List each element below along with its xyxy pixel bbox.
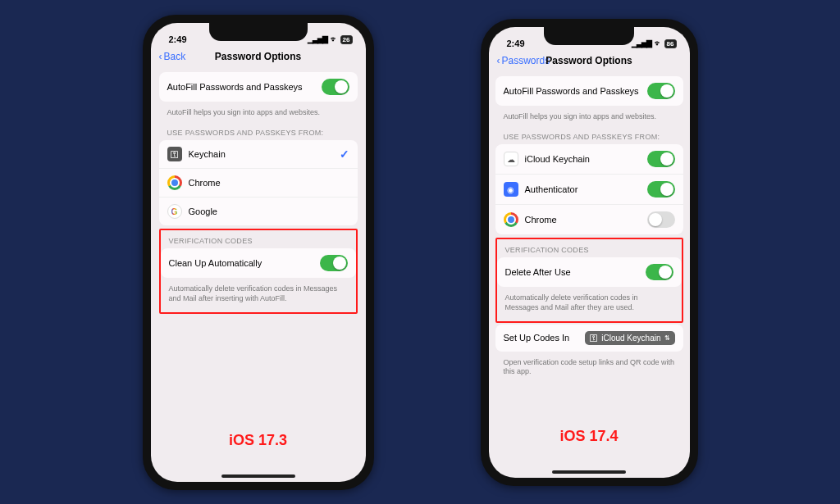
sources-header: USE PASSWORDS AND PASSKEYS FROM:: [159, 124, 358, 140]
autofill-row[interactable]: AutoFill Passwords and Passkeys: [495, 76, 683, 106]
source-label: iCloud Keychain: [525, 154, 647, 164]
cloud-icon: ☁: [504, 152, 518, 166]
highlight-box: VERIFICATION CODES Clean Up Automaticall…: [159, 229, 358, 313]
home-indicator[interactable]: [552, 470, 626, 474]
content: AutoFill Passwords and Passkeys AutoFill…: [489, 73, 690, 387]
autofill-label: AutoFill Passwords and Passkeys: [167, 82, 322, 92]
status-time: 2:49: [169, 34, 187, 44]
verification-row[interactable]: Clean Up Automatically: [161, 248, 356, 278]
key-icon: ⚿: [167, 147, 182, 161]
chrome-icon: [167, 175, 182, 190]
status-right: ▁▃▅▇ ᯤ 86: [632, 39, 677, 48]
verification-footer: Automatically delete verification codes …: [161, 281, 356, 310]
chrome-icon: [504, 212, 518, 227]
nav-bar: ‹ Back Password Options: [151, 46, 366, 69]
source-row-icloud[interactable]: ☁ iCloud Keychain: [495, 144, 683, 175]
autofill-toggle[interactable]: [647, 83, 675, 99]
verification-label: Clean Up Automatically: [169, 258, 320, 268]
verification-toggle[interactable]: [646, 264, 673, 280]
nav-bar: ‹ Passwords Password Options: [489, 50, 690, 73]
source-toggle[interactable]: [647, 211, 675, 228]
verification-header: VERIFICATION CODES: [161, 232, 356, 248]
key-icon: ⚿: [590, 334, 598, 343]
setup-card: Set Up Codes In ⚿ iCloud Keychain ⇅: [495, 325, 683, 352]
source-label: Authenticator: [525, 184, 647, 194]
wifi-icon: ᯤ: [331, 35, 337, 43]
page-title: Password Options: [546, 55, 632, 66]
signal-icon: ▁▃▅▇: [632, 39, 651, 48]
google-icon: G: [167, 204, 182, 219]
back-button[interactable]: ‹ Back: [159, 51, 186, 62]
autofill-label: AutoFill Passwords and Passkeys: [504, 86, 647, 96]
highlight-box: VERIFICATION CODES Delete After Use Auto…: [495, 238, 683, 322]
sources-card: ☁ iCloud Keychain ◉ Authenticator Chrome: [495, 144, 683, 234]
autofill-card: AutoFill Passwords and Passkeys: [159, 72, 358, 102]
battery-icon: 26: [340, 35, 353, 44]
signal-icon: ▁▃▅▇: [308, 35, 327, 43]
source-label: Chrome: [189, 178, 349, 188]
source-row-keychain[interactable]: ⚿ Keychain ✓: [159, 140, 358, 169]
screen: 2:49 ▁▃▅▇ ᯤ 26 ‹ Back Password Options A…: [151, 23, 366, 482]
phone-left: 2:49 ▁▃▅▇ ᯤ 26 ‹ Back Password Options A…: [143, 15, 374, 490]
chevron-left-icon: ‹: [159, 51, 162, 62]
status-time: 2:49: [507, 39, 525, 48]
source-label: Keychain: [189, 149, 340, 159]
authenticator-icon: ◉: [504, 182, 518, 197]
checkmark-icon: ✓: [340, 148, 349, 161]
source-toggle[interactable]: [647, 151, 675, 167]
source-row-chrome[interactable]: Chrome: [159, 169, 358, 198]
sources-card: ⚿ Keychain ✓ Chrome G Google: [159, 140, 358, 225]
setup-label: Set Up Codes In: [504, 333, 570, 343]
page-title: Password Options: [215, 51, 301, 62]
source-toggle[interactable]: [647, 181, 675, 198]
version-label: iOS 17.4: [559, 428, 618, 445]
source-row-authenticator[interactable]: ◉ Authenticator: [495, 175, 683, 205]
phone-right: 2:49 ▁▃▅▇ ᯤ 86 ‹ Passwords Password Opti…: [481, 19, 698, 486]
source-row-chrome[interactable]: Chrome: [495, 205, 683, 234]
source-label: Google: [189, 207, 349, 216]
setup-value: iCloud Keychain: [601, 334, 660, 343]
verification-label: Delete After Use: [505, 267, 646, 277]
back-label: Back: [164, 51, 186, 62]
battery-icon: 86: [664, 39, 677, 48]
version-label: iOS 17.3: [229, 432, 287, 449]
source-row-google[interactable]: G Google: [159, 198, 358, 225]
verification-card: Delete After Use: [497, 257, 682, 287]
verification-card: Clean Up Automatically: [161, 248, 356, 278]
source-label: Chrome: [525, 215, 647, 225]
wifi-icon: ᯤ: [655, 39, 661, 48]
sources-header: USE PASSWORDS AND PASSKEYS FROM:: [495, 128, 683, 144]
verification-toggle[interactable]: [320, 255, 348, 271]
screen: 2:49 ▁▃▅▇ ᯤ 86 ‹ Passwords Password Opti…: [489, 27, 690, 478]
setup-row[interactable]: Set Up Codes In ⚿ iCloud Keychain ⇅: [495, 325, 683, 352]
autofill-footer: AutoFill helps you sign into apps and we…: [159, 105, 358, 125]
back-button[interactable]: ‹ Passwords: [497, 55, 550, 66]
autofill-footer: AutoFill helps you sign into apps and we…: [495, 109, 683, 129]
setup-select[interactable]: ⚿ iCloud Keychain ⇅: [585, 331, 674, 345]
verification-header: VERIFICATION CODES: [497, 241, 682, 257]
notch: [544, 27, 634, 45]
verification-row[interactable]: Delete After Use: [497, 257, 682, 287]
home-indicator[interactable]: [221, 474, 295, 478]
setup-footer: Open verification code setup links and Q…: [495, 355, 683, 384]
notch: [209, 23, 308, 41]
verification-footer: Automatically delete verification codes …: [497, 290, 682, 319]
autofill-row[interactable]: AutoFill Passwords and Passkeys: [159, 72, 358, 102]
autofill-card: AutoFill Passwords and Passkeys: [495, 76, 683, 106]
autofill-toggle[interactable]: [322, 79, 349, 95]
content: AutoFill Passwords and Passkeys AutoFill…: [151, 69, 366, 319]
chevron-left-icon: ‹: [497, 55, 500, 66]
status-right: ▁▃▅▇ ᯤ 26: [308, 35, 353, 44]
back-label: Passwords: [502, 55, 550, 66]
chevron-updown-icon: ⇅: [664, 334, 670, 342]
